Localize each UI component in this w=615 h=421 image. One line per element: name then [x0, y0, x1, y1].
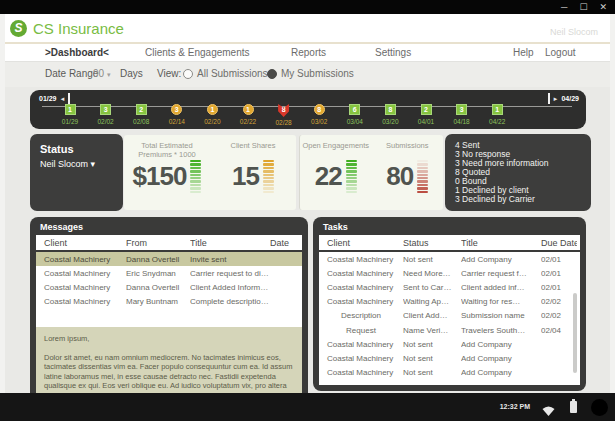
tasks-table-body: Coastal MachineryNot sentAdd Company02/0…: [319, 252, 580, 380]
gauge-bar: [417, 180, 428, 182]
message-preview-body: Dolor sit amet, eu nam omnium mediocrem.…: [44, 353, 294, 396]
column-header-date[interactable]: Date: [270, 238, 298, 248]
gauge-bar: [190, 170, 201, 172]
task-status: Waiting Ap…: [403, 297, 461, 306]
task-title: Add Company: [461, 340, 541, 349]
task-title: Waiting for res…: [461, 297, 541, 306]
task-row[interactable]: Coastal MachineryNot sentAdd Company02/0…: [319, 252, 580, 266]
timeline-marker-04-22[interactable]: 104/22: [482, 98, 512, 125]
gauge-bar: [263, 187, 274, 189]
column-header-title[interactable]: Title: [461, 238, 541, 248]
column-header-title[interactable]: Title: [190, 238, 270, 248]
range-handle-icon[interactable]: [548, 93, 550, 104]
gauge-bar: [417, 191, 428, 193]
gauge-bar: [417, 174, 428, 176]
task-row[interactable]: Coastal MachineryNot sentAdd Company: [319, 351, 580, 365]
marker-date-label: 02/14: [162, 118, 192, 125]
wifi-icon[interactable]: [542, 402, 555, 420]
message-row[interactable]: Coastal MachineryDanna OvertellClient Ad…: [36, 280, 302, 294]
column-header-status[interactable]: Status: [403, 238, 461, 248]
task-row[interactable]: Coastal MachineryNot sentAdd Company: [319, 366, 580, 380]
timeline-marker-02-08[interactable]: 202/08: [126, 98, 156, 125]
marker-count: 1: [243, 104, 254, 115]
radio-all-submissions[interactable]: All Submissions: [183, 68, 268, 79]
filter-bar: Date Range 90 ▾ Days View: All Submissio…: [5, 62, 610, 87]
gauge-bar: [346, 170, 357, 172]
nav-item-dashboard[interactable]: >Dashboard<: [45, 47, 109, 58]
nav-bar: >Dashboard< Clients & Engagements Report…: [5, 44, 610, 62]
timeline-marker-04-18[interactable]: 304/18: [447, 98, 477, 125]
marker-count: 2: [421, 104, 432, 115]
marker-count: 8: [278, 104, 289, 117]
status-user-name: Neil Slocom: [40, 159, 88, 169]
stats-panel-right: Open Engagements 22 Submissions 80: [299, 135, 443, 210]
timeline-end-handle[interactable]: ► 04/29: [548, 93, 579, 104]
message-row[interactable]: Coastal MachineryEric SnydmanCarrier req…: [36, 266, 302, 280]
message-title: Complete descriptio…: [190, 297, 270, 306]
date-range-dropdown[interactable]: 90 ▾: [93, 68, 110, 79]
status-user-dropdown[interactable]: Neil Slocom ▾: [40, 159, 113, 169]
message-preview-heading: Lorem ipsum,: [44, 334, 294, 344]
status-title: Status: [40, 143, 113, 155]
task-row[interactable]: Coastal MachineryNot sentAdd Company: [319, 337, 580, 351]
task-row[interactable]: RequestName Veri…Travelers South…02/04: [319, 323, 580, 337]
arrow-right-icon: ►: [553, 96, 559, 102]
marker-date-label: 02/28: [269, 119, 299, 126]
timeline-marker-03-02[interactable]: 803/02: [304, 98, 334, 125]
nav-item-help[interactable]: Help: [513, 47, 534, 58]
submission-summary-list: 4 Sent3 No response3 Need more informati…: [455, 141, 581, 204]
battery-icon[interactable]: [570, 401, 577, 413]
timeline-marker-02-22[interactable]: 102/22: [233, 98, 263, 125]
timeline-marker-04-01[interactable]: 204/01: [411, 98, 441, 125]
tasks-scrollbar[interactable]: [573, 293, 577, 373]
task-row[interactable]: Coastal MachinerySent to Car…Client adde…: [319, 280, 580, 294]
nav-item-reports[interactable]: Reports: [291, 47, 326, 58]
radio-off-icon: [183, 69, 193, 79]
column-header-due-date[interactable]: Due Date: [541, 238, 577, 248]
close-icon[interactable]: ✕: [599, 1, 607, 13]
minimize-icon[interactable]: ─: [561, 1, 567, 13]
column-header-client[interactable]: Client: [36, 238, 126, 248]
task-client: Coastal Machinery: [319, 340, 403, 349]
nav-item-settings[interactable]: Settings: [375, 47, 411, 58]
nav-item-clients-engagements[interactable]: Clients & Engagements: [145, 47, 250, 58]
timeline-marker-02-14[interactable]: 302/14: [162, 98, 192, 125]
task-row[interactable]: DescriptionClient Add…Submission name02/…: [319, 309, 580, 323]
power-circle-icon[interactable]: [591, 399, 608, 416]
os-taskbar: 12:32 PM: [0, 393, 615, 421]
gauge-bar: [346, 191, 357, 193]
timeline-marker-01-29[interactable]: 101/29: [55, 98, 85, 125]
marker-count: 8: [314, 104, 325, 115]
messages-title: Messages: [30, 217, 308, 236]
task-status: Not sent: [403, 354, 461, 363]
message-client: Coastal Machinery: [36, 283, 126, 292]
timeline-marker-03-20[interactable]: 803/20: [375, 98, 405, 125]
task-due-date: 02/02: [541, 311, 577, 320]
column-header-client[interactable]: Client: [319, 238, 403, 248]
gauge-bar: [346, 177, 357, 179]
task-row[interactable]: Coastal MachineryWaiting Ap…Waiting for …: [319, 295, 580, 309]
marker-count: 3: [171, 104, 182, 115]
radio-my-submissions[interactable]: My Submissions: [267, 68, 354, 79]
task-row[interactable]: Coastal MachineryNeed More…Carrier reque…: [319, 266, 580, 280]
date-range-label: Date Range: [45, 68, 98, 79]
task-client: Coastal Machinery: [319, 255, 403, 264]
app-logo-icon: S: [10, 20, 27, 37]
gauge-bar: [263, 174, 274, 176]
gauge-bar: [346, 180, 357, 182]
marker-date-label: 02/02: [91, 118, 121, 125]
maximize-icon[interactable]: ☐: [579, 1, 587, 13]
timeline-marker-02-28[interactable]: 802/28: [269, 98, 299, 126]
task-title: Add Company: [461, 354, 541, 363]
marker-count: 3: [100, 104, 111, 115]
nav-item-logout[interactable]: Logout: [545, 47, 576, 58]
summary-line: 3 Declined by Carrier: [455, 195, 581, 204]
message-row[interactable]: Coastal MachineryDanna OvertellInvite se…: [36, 252, 302, 266]
timeline-marker-02-20[interactable]: 102/20: [197, 98, 227, 125]
gauge-bar: [417, 184, 428, 186]
timeline-marker-03-04[interactable]: 603/04: [340, 98, 370, 125]
message-row[interactable]: Coastal MachineryMary BuntnamComplete de…: [36, 295, 302, 309]
column-header-from[interactable]: From: [126, 238, 190, 248]
timeline-marker-02-02[interactable]: 302/02: [91, 98, 121, 125]
stats-panel-left: Total Estimated Premiums * 1000 $150 Cli…: [124, 135, 296, 210]
